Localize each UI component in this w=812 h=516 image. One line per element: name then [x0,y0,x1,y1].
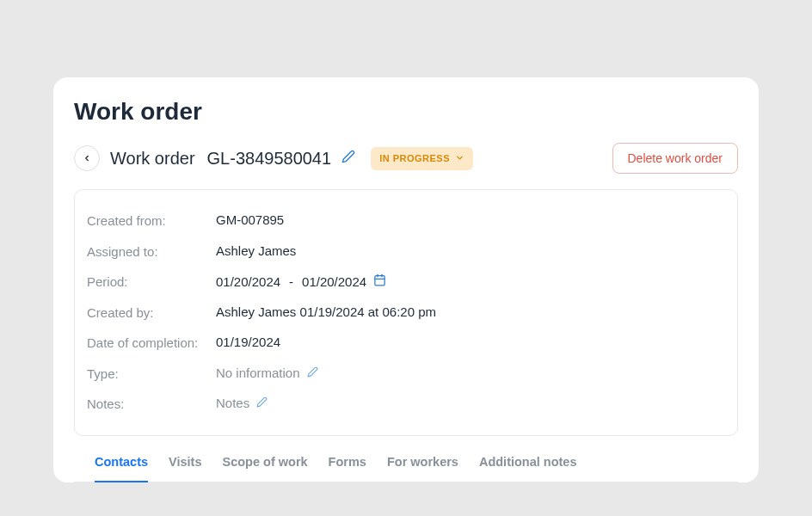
detail-label: Assigned to: [87,243,216,261]
detail-value: Ashley James [216,243,296,258]
detail-value: No information [216,366,318,380]
pencil-icon [256,396,268,410]
chevron-down-icon [455,153,464,164]
period-end: 01/20/2024 [302,274,366,289]
detail-label: Type: [87,366,216,383]
detail-row-type: Type: No information [87,359,725,390]
detail-row-assigned-to: Assigned to: Ashley James [87,236,725,267]
tab-additional-notes[interactable]: Additional notes [479,455,577,482]
header-row: Work order GL-3849580041 IN PROGRESS Del… [53,143,759,189]
svg-rect-0 [375,276,384,286]
tab-contacts[interactable]: Contacts [95,455,148,482]
tab-visits[interactable]: Visits [169,455,201,482]
work-order-card: Work order Work order GL-3849580041 IN P… [53,77,759,482]
tab-for-workers[interactable]: For workers [387,455,458,482]
pencil-icon [307,366,318,380]
page-title: Work order [53,98,759,143]
details-box: Created from: GM-007895 Assigned to: Ash… [74,189,738,436]
detail-value: Notes [216,396,268,410]
period-start: 01/20/2024 [216,274,280,289]
work-order-number: GL-3849580041 [207,149,332,169]
detail-row-date-of-completion: Date of completion: 01/19/2024 [87,328,725,359]
detail-label: Created from: [87,212,216,230]
status-badge[interactable]: IN PROGRESS [371,147,473,170]
edit-notes-button[interactable] [256,396,268,410]
pencil-icon [341,150,355,167]
detail-value: GM-007895 [216,212,284,227]
calendar-icon [373,273,386,289]
tabs: Contacts Visits Scope of work Forms For … [74,436,738,482]
edit-period-button[interactable] [373,273,386,289]
notes-text: Notes [216,396,249,410]
detail-value: 01/19/2024 [216,335,280,349]
detail-label: Notes: [87,396,216,413]
detail-value: Ashley James 01/19/2024 at 06:20 pm [216,304,436,319]
detail-label: Period: [87,273,216,291]
edit-number-button[interactable] [341,150,355,167]
detail-row-created-by: Created by: Ashley James 01/19/2024 at 0… [87,298,725,329]
work-order-label: Work order [110,149,195,169]
detail-label: Date of completion: [87,335,216,352]
detail-row-period: Period: 01/20/2024 - 01/20/2024 [87,267,725,298]
detail-value: 01/20/2024 - 01/20/2024 [216,273,386,289]
back-button[interactable] [74,145,100,171]
edit-type-button[interactable] [307,366,318,380]
tab-forms[interactable]: Forms [329,455,366,482]
detail-row-created-from: Created from: GM-007895 [87,206,725,236]
detail-label: Created by: [87,304,216,322]
type-text: No information [216,366,300,380]
detail-row-notes: Notes: Notes [87,389,725,420]
period-separator: - [289,274,293,289]
status-text: IN PROGRESS [379,153,450,163]
chevron-left-icon [83,152,91,165]
delete-work-order-button[interactable]: Delete work order [612,143,739,174]
tab-scope-of-work[interactable]: Scope of work [222,455,307,482]
